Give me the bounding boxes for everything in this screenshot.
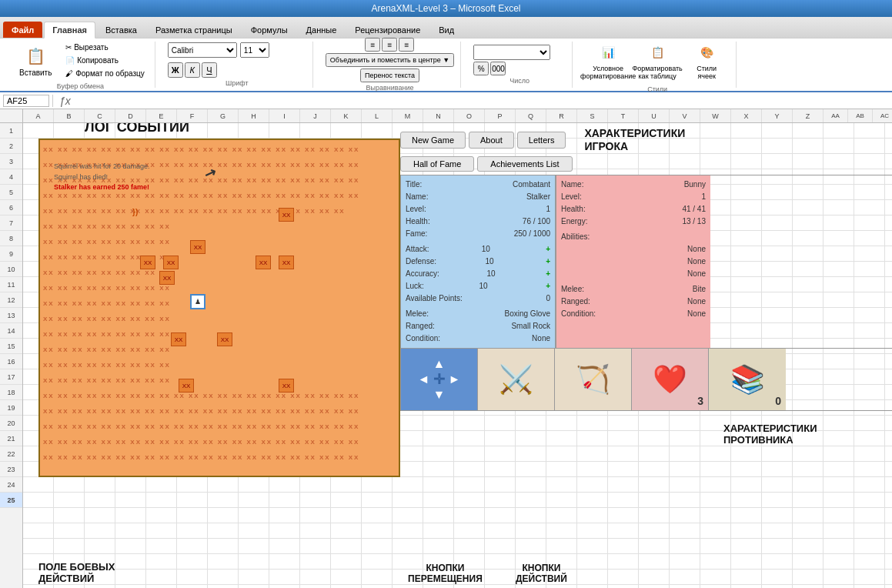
formula-input[interactable] [77,95,889,107]
cell-reference-input[interactable] [3,95,49,107]
col-g[interactable]: G [208,109,239,122]
bow-button[interactable]: 🏹 [555,349,632,410]
attack-plus-icon[interactable]: + [546,243,550,255]
row-18[interactable]: 18 [0,385,22,400]
row-19[interactable]: 19 [0,400,22,416]
col-h[interactable]: H [239,109,269,122]
align-center-button[interactable]: ≡ [382,38,397,52]
col-m[interactable]: M [393,109,423,122]
col-f[interactable]: F [177,109,208,122]
col-q[interactable]: Q [516,109,546,122]
row-16[interactable]: 16 [0,354,22,369]
font-family-select[interactable]: Calibri [168,42,237,58]
col-e[interactable]: E [146,109,177,122]
col-x[interactable]: X [731,109,762,122]
col-t[interactable]: T [608,109,639,122]
copy-button[interactable]: 📄 Копировать [62,55,148,66]
percent-button[interactable]: % [473,62,489,75]
col-k[interactable]: K [331,109,362,122]
tab-data[interactable]: Данные [298,22,346,38]
merge-button[interactable]: Объединить и поместить в центре ▼ [326,53,454,67]
defense-plus-icon[interactable]: + [546,256,550,267]
paste-button[interactable]: 📋 Вставить [12,40,58,81]
tab-formulas[interactable]: Формулы [242,22,296,38]
number-format-select[interactable] [473,45,550,60]
conditional-format-button[interactable]: 📊 Условное форматирование [585,36,631,84]
col-w[interactable]: W [700,109,731,122]
cell-styles-button[interactable]: 🎨 Стили ячеек [683,36,730,84]
move-button[interactable]: ▲ ◄ ✛ ► ▼ [401,349,478,410]
col-ac[interactable]: AC [873,109,892,122]
thousands-button[interactable]: 000 [490,62,506,75]
col-j[interactable]: J [300,109,331,122]
row-14[interactable]: 14 [0,323,22,339]
accuracy-plus-icon[interactable]: + [546,268,550,279]
row-20[interactable]: 20 [0,416,22,431]
row-1[interactable]: 1 [0,123,22,139]
book-button[interactable]: 📚 0 [709,349,786,410]
cut-button[interactable]: ✂ Вырезать [62,42,148,53]
row-23[interactable]: 23 [0,462,22,477]
hall-of-fame-tab[interactable]: Hall of Fame [400,156,474,172]
row-25[interactable]: 25 [0,493,22,508]
row-22[interactable]: 22 [0,446,22,462]
row-12[interactable]: 12 [0,292,22,308]
letters-button[interactable]: Letters [517,132,566,149]
row-4[interactable]: 4 [0,169,22,185]
col-b[interactable]: B [54,109,85,122]
align-right-button[interactable]: ≡ [399,38,414,52]
main-content: ЛОГ СОБЫТИЙ Squirrel was hit for 20 dama… [23,123,892,588]
format-painter-button[interactable]: 🖌 Формат по образцу [62,68,148,79]
col-p[interactable]: P [485,109,516,122]
luck-plus-icon[interactable]: + [546,280,550,292]
achievements-tab[interactable]: Achievements List [477,156,572,172]
row-17[interactable]: 17 [0,369,22,385]
player-condition-row: Condition: None [406,332,550,344]
tab-view[interactable]: Вид [430,22,463,38]
tab-file[interactable]: Файл [3,22,42,38]
col-l[interactable]: L [362,109,393,122]
row-15[interactable]: 15 [0,339,22,354]
row-7[interactable]: 7 [0,215,22,231]
col-ab[interactable]: AB [848,109,873,122]
col-aa[interactable]: AA [824,109,848,122]
col-i[interactable]: I [269,109,300,122]
font-size-select[interactable]: 11 [240,42,269,58]
tab-review[interactable]: Рецензирование [346,22,429,38]
row-10[interactable]: 10 [0,262,22,277]
col-s[interactable]: S [577,109,608,122]
format-table-button[interactable]: 📋 Форматировать как таблицу [634,36,680,84]
sword-button[interactable]: ⚔️ [478,349,555,410]
col-v[interactable]: V [670,109,700,122]
col-u[interactable]: U [639,109,670,122]
row-21[interactable]: 21 [0,431,22,446]
heal-button[interactable]: ❤️ 3 [632,349,709,410]
row-13[interactable]: 13 [0,308,22,323]
col-y[interactable]: Y [762,109,793,122]
row-24[interactable]: 24 [0,477,22,493]
italic-button[interactable]: К [185,62,200,78]
row-6[interactable]: 6 [0,200,22,215]
row-11[interactable]: 11 [0,277,22,292]
col-r[interactable]: R [546,109,577,122]
col-z[interactable]: Z [793,109,824,122]
row-9[interactable]: 9 [0,246,22,262]
underline-button[interactable]: Ч [202,62,217,78]
tab-home[interactable]: Главная [44,22,95,38]
wrap-text-button[interactable]: Перенос текста [360,68,419,82]
col-n[interactable]: N [423,109,454,122]
col-o[interactable]: O [454,109,485,122]
tab-insert[interactable]: Вставка [97,22,145,38]
row-8[interactable]: 8 [0,231,22,246]
new-game-button[interactable]: New Game [400,132,466,149]
row-2[interactable]: 2 [0,139,22,154]
row-5[interactable]: 5 [0,185,22,200]
col-a[interactable]: A [23,109,54,122]
align-left-button[interactable]: ≡ [365,38,380,52]
col-c[interactable]: C [85,109,115,122]
row-3[interactable]: 3 [0,154,22,169]
col-d[interactable]: D [115,109,146,122]
bold-button[interactable]: Ж [168,62,183,78]
about-button[interactable]: About [469,132,514,149]
tab-page-layout[interactable]: Разметка страницы [147,22,241,38]
